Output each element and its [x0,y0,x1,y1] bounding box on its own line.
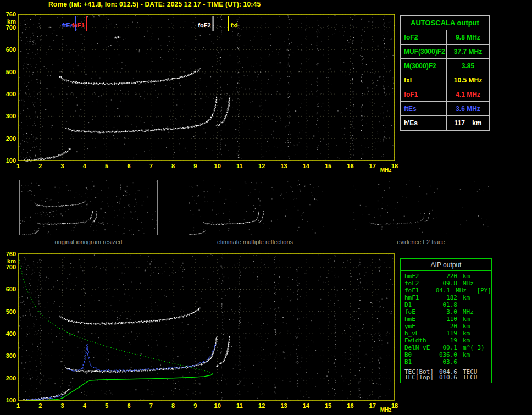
aip-cell-name: B1 [404,358,437,366]
aip-row: B103.6 [401,358,491,366]
svg-text:9: 9 [193,163,197,169]
parameter-value: 3.6 MHz [447,102,489,115]
aip-cell-extra [486,374,487,381]
aip-cell-extra [486,301,487,308]
aip-cell-unit: TECU [457,374,486,381]
noise-speckle [353,181,489,235]
svg-text:6: 6 [127,402,130,409]
grid [18,14,395,161]
aip-cell-name: hmF2 [404,273,437,280]
svg-text:11: 11 [236,402,243,409]
aip-cell-name: foF1 [404,287,433,294]
autoscala-scaled-trace [26,344,216,401]
parameter-label: foF2 [401,30,447,44]
aip-cell-name: hmE [404,316,437,323]
autoscala-row: M(3000)F23.85 [401,59,489,73]
svg-text:km: km [7,18,16,25]
parameter-value: 3.85 [447,59,489,73]
svg-text:12: 12 [258,163,265,169]
aip-cell-extra [486,323,487,330]
autoscala-output-table: AUTOSCALA output foF29.8 MHzMUF(3000)F23… [400,15,490,131]
autoscala-table-rows: foF29.8 MHzMUF(3000)F237.7 MHzM(3000)F23… [401,30,489,130]
svg-text:8: 8 [171,163,175,169]
svg-text:18: 18 [391,163,398,169]
aip-cell-extra [486,358,487,366]
svg-text:15: 15 [325,163,331,169]
thumb-original [20,180,157,235]
svg-text:500: 500 [6,308,16,315]
aip-row: foF104.1MHz[PY] [401,287,491,294]
svg-text:3: 3 [61,402,64,409]
aip-row: hmE110km [401,316,491,323]
aip-table-title: AIP output [401,259,491,271]
parameter-value: 4.1 MHz [447,87,489,101]
svg-text:200: 200 [6,135,16,142]
aip-cell-unit [457,358,486,366]
aip-cell-extra: [PY] [476,287,492,294]
aip-row: D101.8 [401,301,491,308]
parameter-value: 10.5 MHz [447,73,489,87]
aip-cell-unit: km [457,294,486,301]
aip-cell-val: 03.6 [437,358,457,366]
svg-text:760: 760 [6,251,16,257]
aip-cell-val: 220 [437,273,457,280]
aip-cell-val: 010.6 [437,374,457,381]
thumbnail-no-multiple-reflections [186,180,324,235]
aip-row: Ewidth19km [401,337,491,344]
thumbnail-original-ionogram [19,180,158,235]
marker-label-foF2: foF2 [198,22,210,29]
thumbnail-caption: original ionogram resized [19,239,158,245]
parameter-label: M(3000)F2 [401,59,447,73]
svg-text:10: 10 [214,402,221,409]
svg-text:13: 13 [280,402,287,409]
svg-text:7: 7 [149,163,153,169]
svg-text:400: 400 [6,91,16,97]
echo-traces [23,308,230,401]
parameter-label: ftEs [401,102,447,115]
aip-cell-unit: km [457,330,486,337]
svg-text:MHz: MHz [380,167,392,173]
svg-text:11: 11 [236,163,243,169]
parameter-label: fxI [401,73,447,87]
aip-cell-unit: MHz [450,287,475,294]
noise-speckle [18,15,395,161]
aip-row: hmF2220km [401,273,491,280]
aip-cell-name: D1 [404,301,437,308]
aip-cell-name: DelN_vE [404,344,437,351]
autoscala-row: foF29.8 MHz [401,30,489,45]
svg-text:300: 300 [6,113,16,119]
aip-cell-val: 182 [437,294,457,301]
svg-text:2: 2 [38,163,42,169]
aip-row: B0036.0km [401,351,491,358]
aip-cell-val: 3.0 [437,308,457,316]
aip-cell-name: TEC[Bot] [404,368,437,374]
aip-cell-val: 04.1 [433,287,450,294]
top-ionogram-plot: ftEsfoF1foF2fxI760700600500400300200100k… [6,11,398,173]
svg-text:4: 4 [83,402,87,409]
aip-cell-val: 00.1 [437,344,457,351]
aip-cell-val: 01.8 [437,301,457,308]
svg-text:2: 2 [38,402,42,409]
aip-row: TEC[Bot]004.6TECU [401,367,491,374]
aip-cell-unit: TECU [457,368,486,374]
bottom-ionogram-chart: 760700600500400300200100km12345678910111… [0,247,398,415]
svg-text:1: 1 [16,402,20,409]
grid [18,254,395,400]
aip-cell-name: TEC[Top] [404,374,437,381]
axis-labels: 760700600500400300200100km12345678910111… [6,11,398,173]
aip-cell-val: 110 [437,316,457,323]
svg-text:100: 100 [6,157,16,164]
aip-row: hmF1182km [401,294,491,301]
aip-row: ymE20km [401,323,491,330]
echo-traces [189,211,264,235]
svg-text:760: 760 [6,11,16,18]
echo-traces [370,212,430,225]
aip-cell-extra [486,308,487,316]
aip-output-table: AIP output hmF2220kmfoF209.8MHzfoF104.1M… [400,258,492,383]
autoscala-row: foF14.1 MHz [401,87,489,102]
thumb-f2-evidence [353,181,489,235]
svg-text:3: 3 [61,163,64,169]
aip-cell-val: 036.0 [437,351,457,358]
svg-text:15: 15 [325,402,331,409]
aip-cell-name: ymE [404,323,437,330]
